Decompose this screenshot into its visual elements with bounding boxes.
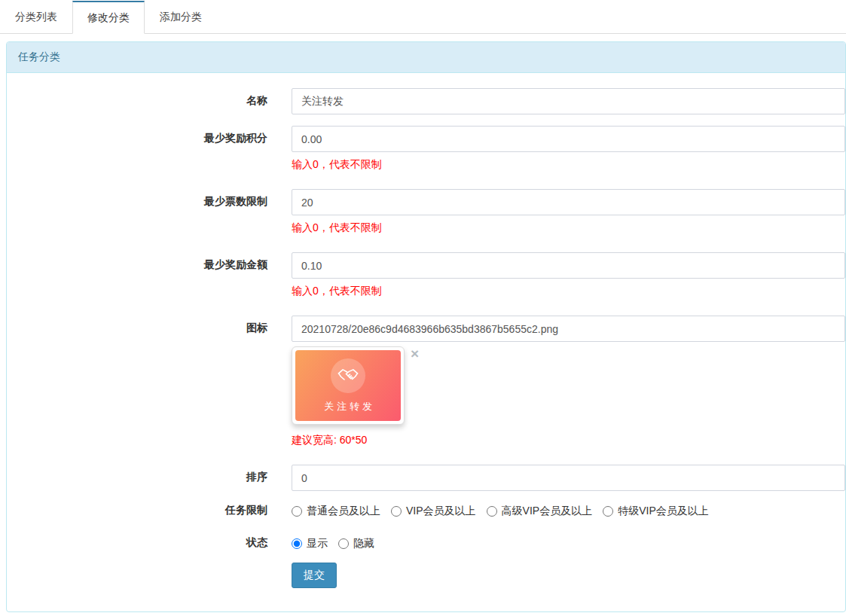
task-category-panel: 任务分类 名称 最少奖励积分 输入0，代表不限制 最少票数限制 输入0，代表不限… xyxy=(6,41,846,612)
handshake-icon xyxy=(331,358,365,393)
task-limit-option-vip-label: VIP会员及以上 xyxy=(406,505,476,518)
task-limit-option-normal-label: 普通会员及以上 xyxy=(307,505,380,518)
task-limit-radio-highvip[interactable] xyxy=(487,506,497,517)
min-reward-points-label: 最少奖励积分 xyxy=(7,126,292,178)
task-limit-radio-normal[interactable] xyxy=(292,506,302,517)
sort-label: 排序 xyxy=(7,465,292,491)
icon-preview-caption: 关注转发 xyxy=(321,400,375,413)
status-radio-show[interactable] xyxy=(292,538,302,549)
min-reward-points-input[interactable] xyxy=(292,126,845,152)
min-reward-amount-input[interactable] xyxy=(292,252,845,279)
icon-size-hint: 建议宽高: 60*50 xyxy=(292,434,845,446)
tab-add-category[interactable]: 添加分类 xyxy=(145,0,217,33)
name-row: 名称 xyxy=(7,88,845,114)
icon-preview-image: 关注转发 xyxy=(295,350,401,421)
status-row: 状态 显示 隐藏 xyxy=(7,535,845,550)
sort-input[interactable] xyxy=(292,465,845,491)
task-limit-option-supervip-label: 特级VIP会员及以上 xyxy=(618,505,709,518)
tab-edit-category[interactable]: 修改分类 xyxy=(72,1,145,34)
min-votes-label: 最少票数限制 xyxy=(7,189,292,241)
icon-path-input[interactable] xyxy=(292,316,845,342)
task-limit-option-normal[interactable]: 普通会员及以上 xyxy=(292,505,380,518)
panel-title: 任务分类 xyxy=(7,42,845,73)
status-radio-hide[interactable] xyxy=(338,538,349,549)
icon-preview-card: 关注转发 xyxy=(292,346,405,425)
min-reward-points-row: 最少奖励积分 输入0，代表不限制 xyxy=(7,126,845,178)
name-input[interactable] xyxy=(292,88,845,114)
status-option-show-label: 显示 xyxy=(307,537,328,550)
icon-row: 图标 xyxy=(7,316,845,453)
sort-row: 排序 xyxy=(7,465,845,491)
task-limit-option-highvip-label: 高级VIP会员及以上 xyxy=(502,505,593,518)
status-options: 显示 隐藏 xyxy=(292,535,845,550)
task-limit-radio-vip[interactable] xyxy=(391,506,402,517)
task-limit-radio-supervip[interactable] xyxy=(603,506,613,517)
status-option-show[interactable]: 显示 xyxy=(292,537,328,550)
task-limit-option-supervip[interactable]: 特级VIP会员及以上 xyxy=(603,505,709,518)
task-limit-option-highvip[interactable]: 高级VIP会员及以上 xyxy=(487,505,593,518)
min-reward-amount-row: 最少奖励金额 输入0，代表不限制 xyxy=(7,252,845,304)
min-votes-row: 最少票数限制 输入0，代表不限制 xyxy=(7,189,845,241)
edit-category-form: 名称 最少奖励积分 输入0，代表不限制 最少票数限制 输入0，代表不限制 最少奖… xyxy=(7,73,845,608)
min-reward-amount-hint: 输入0，代表不限制 xyxy=(292,285,845,297)
min-votes-input[interactable] xyxy=(292,189,845,215)
min-votes-hint: 输入0，代表不限制 xyxy=(292,221,845,233)
task-limit-option-vip[interactable]: VIP会员及以上 xyxy=(391,505,476,518)
icon-label: 图标 xyxy=(7,316,292,453)
name-label: 名称 xyxy=(7,88,292,114)
status-option-hide-label: 隐藏 xyxy=(353,537,374,550)
tab-bar: 分类列表 修改分类 添加分类 xyxy=(0,0,846,34)
tab-category-list[interactable]: 分类列表 xyxy=(0,0,72,33)
task-limit-label: 任务限制 xyxy=(7,502,292,518)
submit-row: 提交 xyxy=(7,563,845,588)
status-option-hide[interactable]: 隐藏 xyxy=(338,537,374,550)
task-limit-row: 任务限制 普通会员及以上 VIP会员及以上 高级VIP会员及以上 特级VIP会员… xyxy=(7,502,845,518)
submit-button[interactable]: 提交 xyxy=(292,563,337,588)
min-reward-points-hint: 输入0，代表不限制 xyxy=(292,158,845,170)
task-limit-options: 普通会员及以上 VIP会员及以上 高级VIP会员及以上 特级VIP会员及以上 xyxy=(292,502,845,518)
remove-image-icon[interactable]: × xyxy=(411,348,419,360)
status-label: 状态 xyxy=(7,535,292,550)
min-reward-amount-label: 最少奖励金额 xyxy=(7,252,292,304)
